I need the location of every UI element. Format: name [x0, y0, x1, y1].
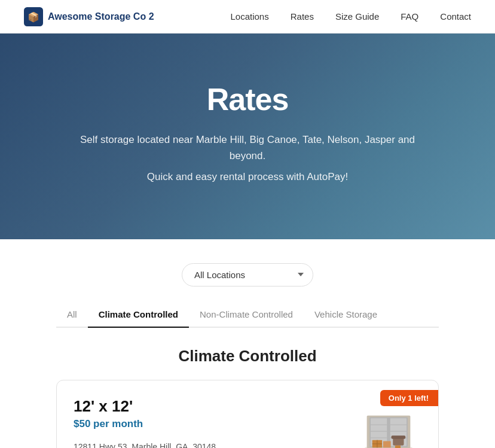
filter-row: All Locations Marble Hill, GA Big Canoe,… — [56, 263, 439, 287]
svg-rect-18 — [392, 435, 406, 438]
nav-link-locations[interactable]: Locations — [231, 11, 269, 22]
tab-non-climate[interactable]: Non-Climate Controlled — [189, 303, 304, 328]
nav-link-rates[interactable]: Rates — [291, 11, 314, 22]
brand-logo[interactable]: 📦 Awesome Storage Co 2 — [24, 7, 154, 26]
svg-text:📦: 📦 — [28, 11, 39, 23]
storage-unit-card: Only 1 left! 12' x 12' $50 per month 128… — [56, 380, 439, 448]
nav-link-contact[interactable]: Contact — [440, 11, 471, 22]
category-tabs: All Climate Controlled Non-Climate Contr… — [56, 303, 439, 328]
availability-badge: Only 1 left! — [380, 390, 438, 406]
nav-link-size-guide[interactable]: Size Guide — [335, 11, 379, 22]
svg-rect-19 — [395, 445, 401, 448]
tab-all[interactable]: All — [56, 303, 88, 328]
card-info: 12' x 12' $50 per month 12811 Hwy 53, Ma… — [74, 397, 344, 448]
section-title: Climate Controlled — [56, 347, 439, 365]
unit-size: 12' x 12' — [74, 397, 344, 416]
svg-rect-16 — [383, 441, 391, 447]
tab-vehicle[interactable]: Vehicle Storage — [304, 303, 388, 328]
location-filter-wrapper: All Locations Marble Hill, GA Big Canoe,… — [182, 263, 313, 287]
hero-title: Rates — [207, 81, 289, 117]
nav-link-faq[interactable]: FAQ — [401, 11, 418, 22]
location-select[interactable]: All Locations Marble Hill, GA Big Canoe,… — [182, 263, 313, 287]
brand-name: Awesome Storage Co 2 — [48, 11, 154, 22]
navigation: 📦 Awesome Storage Co 2 Locations Rates S… — [0, 0, 495, 33]
main-content: All Locations Marble Hill, GA Big Canoe,… — [44, 239, 451, 448]
logo-icon: 📦 — [24, 7, 43, 26]
unit-illustration — [356, 402, 421, 448]
tab-climate-controlled[interactable]: Climate Controlled — [88, 303, 189, 328]
hero-subtitle: Self storage located near Marble Hill, B… — [68, 132, 427, 164]
nav-links: Locations Rates Size Guide FAQ Contact — [231, 11, 472, 22]
hero-tagline: Quick and easy rental process with AutoP… — [147, 169, 348, 185]
hero-section: Rates Self storage located near Marble H… — [0, 33, 495, 239]
unit-price: $50 per month — [74, 418, 344, 430]
card-body: 12' x 12' $50 per month 12811 Hwy 53, Ma… — [74, 397, 421, 448]
unit-address: 12811 Hwy 53, Marble Hill, GA, 30148 — [74, 442, 344, 448]
